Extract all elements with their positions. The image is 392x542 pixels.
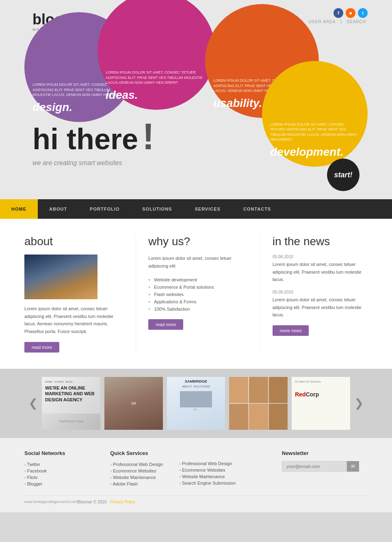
portfolio-item-1[interactable]: HOME STUDIO BLOG WE'RE AN ONLINE MARKETI… [42, 377, 100, 430]
footer-blogger-link[interactable]: Blogger [24, 481, 110, 487]
about-read-more-button[interactable]: read more [24, 342, 59, 353]
facebook-icon[interactable]: f [334, 8, 343, 18]
newsletter-email-input[interactable] [282, 461, 347, 472]
pf-label-5-top: 01 Main 02 Services [295, 380, 347, 383]
about-section: about Lorem ipsum dolor sit amet, consec… [24, 235, 119, 353]
list-item: Ecommerce & Portal solutions [148, 283, 243, 291]
user-area-link[interactable]: USER AREA [309, 20, 336, 24]
news-text-2: Lorem ipsum dolor sit amet, consec tetue… [273, 296, 368, 319]
portfolio-prev-arrow[interactable]: ❮ [24, 392, 42, 414]
news-text-1: Lorem ipsum dolor sit amet, consec tetue… [273, 261, 368, 283]
footer-qs2-link-4[interactable]: Search Engine Submission [179, 480, 236, 486]
footer-social-title: Social Networks [24, 450, 110, 456]
footer-copyright: Bloomer © 2010 [77, 500, 106, 504]
footer-qs2-link-3[interactable]: Website Maintenance [179, 473, 236, 480]
news-section: in the news 05-06-2010 Lorem ipsum dolor… [260, 235, 368, 353]
circle-design-label: design. [32, 101, 126, 114]
list-item: Website development [148, 276, 243, 283]
twitter-icon[interactable]: t [358, 8, 368, 18]
newsletter-form: ✉ [282, 461, 368, 472]
rss-icon[interactable]: ■ [346, 8, 355, 18]
search-link[interactable]: SEARCH [347, 20, 366, 24]
pf-label-3: SAMBRIDGE [169, 379, 223, 383]
footer-flickr-link[interactable]: Flickr [24, 474, 110, 481]
portfolio-item-4[interactable] [229, 377, 288, 430]
header: bloomer website development f ■ t USER A… [0, 0, 392, 199]
social-icons-row: f ■ t [307, 8, 368, 18]
why-us-title: why us? [148, 235, 243, 248]
footer-columns: Social Networks Twitter Facebook Flickr … [24, 450, 368, 487]
hero-subtitle: we are creating smart websites [32, 159, 154, 167]
hero-text: hi there ! we are creating smart website… [32, 116, 154, 167]
main-columns: about Lorem ipsum dolor sit amet, consec… [24, 235, 368, 353]
top-right-area: f ■ t USER AREA | SEARCH [307, 8, 368, 24]
news-date-1: 05-06-2010 [273, 255, 368, 259]
footer-social-networks: Social Networks Twitter Facebook Flickr … [24, 450, 110, 487]
footer-qs-link-3[interactable]: Website Maintenance [110, 474, 163, 481]
footer-qs-link-4[interactable]: Adobe Flash [110, 481, 163, 487]
footer-quick-title: Quick Services [110, 450, 163, 456]
main-content: about Lorem ipsum dolor sit amet, consec… [0, 219, 392, 369]
news-date-2: 05-06-2010 [273, 290, 368, 294]
footer-twitter-link[interactable]: Twitter [24, 461, 110, 468]
nav-solutions[interactable]: SOLUTIONS [131, 199, 183, 219]
nav-portfolio[interactable]: PORTFOLIO [78, 199, 131, 219]
footer-quick-col-1: Quick Services Professional Web Design E… [110, 450, 163, 487]
footer-newsletter: Newsletter ✉ [282, 450, 368, 487]
pf-label-1: WE'RE AN ONLINE MARKETING AND WEB DESIGN… [45, 385, 97, 403]
list-item: Applications & Forms [148, 298, 243, 305]
circle-development: LOREM IPSUM DOLOR SIT AMET, CONSEC TETUE… [262, 61, 368, 167]
portfolio-next-arrow[interactable]: ❯ [350, 392, 368, 414]
nav-home[interactable]: HOME [0, 199, 38, 219]
footer-facebook-link[interactable]: Facebook [24, 468, 110, 474]
about-body: Lorem ipsum dolor sit amet, consec tetue… [24, 305, 119, 335]
footer-qs-link-1[interactable]: Professional Web Design [110, 461, 163, 468]
footer: Social Networks Twitter Facebook Flickr … [0, 438, 392, 512]
more-news-button[interactable]: more news [273, 325, 309, 336]
portfolio-strip: ❮ HOME STUDIO BLOG WE'RE AN ONLINE MARKE… [0, 369, 392, 438]
list-item: Flash websites [148, 291, 243, 298]
start-button[interactable]: start! [327, 159, 360, 191]
nav-contacts[interactable]: CONTACTS [232, 199, 282, 219]
why-us-section: why us? Lorem ipsum dolor sit amet, cons… [136, 235, 243, 353]
portfolio-item-5[interactable]: 01 Main 02 Services RedCorp [292, 377, 350, 430]
why-us-list: Website development Ecommerce & Portal s… [148, 276, 243, 313]
portfolio-item-3[interactable]: SAMBRIDGE ABOUTSOLUTIONS MA... [167, 377, 225, 430]
footer-qs2-link-2[interactable]: Ecommerce Websites [179, 467, 236, 473]
footer-qs-link-2[interactable]: Ecommerce Websites [110, 468, 163, 474]
separator: | [340, 20, 342, 24]
hero-title: hi there [32, 124, 138, 154]
about-image [24, 255, 97, 299]
news-title: in the news [273, 235, 368, 248]
circle-ideas: LOREM IPSUM DOLOR SIT AMET, CONSEC TETUE… [97, 0, 215, 110]
list-item: 100% Satisfaction [148, 305, 243, 313]
main-nav: HOME ABOUT PORTFOLIO SOLUTIONS SERVICES … [0, 199, 392, 219]
circle-development-text: LOREM IPSUM DOLOR SIT AMET, CONSEC TETUE… [270, 122, 360, 142]
nav-about[interactable]: ABOUT [38, 199, 78, 219]
portfolio-item-2[interactable]: SB [104, 377, 163, 430]
circle-ideas-label: ideas. [106, 89, 207, 102]
newsletter-submit-button[interactable]: ✉ [347, 461, 359, 472]
footer-bottom: www.heritagecollegecouncil.com Bloomer ©… [24, 495, 368, 504]
footer-bottom-center: Bloomer © 2010 Privacy Policy [77, 500, 135, 504]
footer-bottom-left: www.heritagecollegecouncil.com [24, 500, 77, 504]
about-title: about [24, 235, 119, 248]
circle-development-label: development. [270, 146, 360, 159]
hero-exclaim: ! [142, 116, 154, 158]
footer-quick-col-2: Professional Web Design Ecommerce Websit… [179, 460, 236, 487]
why-us-intro: Lorem ipsum dolor sit amet, consec tetue… [148, 255, 243, 270]
footer-newsletter-title: Newsletter [282, 450, 368, 456]
why-us-read-more-button[interactable]: read more [148, 319, 183, 330]
top-links: USER AREA | SEARCH [307, 20, 368, 24]
portfolio-items: HOME STUDIO BLOG WE'RE AN ONLINE MARKETI… [42, 377, 350, 430]
footer-quick-services: Quick Services Professional Web Design E… [110, 450, 282, 487]
circle-ideas-text: LOREM IPSUM DOLOR SIT AMET, CONSEC TETUE… [106, 70, 207, 85]
footer-qs2-link-1[interactable]: Professional Web Design [179, 460, 236, 467]
nav-services[interactable]: SERVICES [183, 199, 232, 219]
footer-privacy-link[interactable]: Privacy Policy [110, 500, 135, 504]
